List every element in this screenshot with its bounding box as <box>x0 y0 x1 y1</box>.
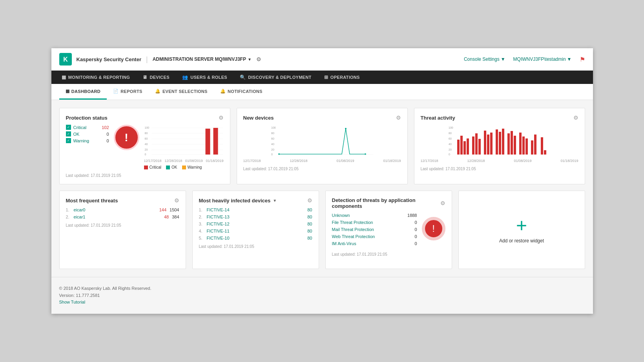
tab-event-selections[interactable]: 🔔 EVENT SELECTIONS <box>149 84 214 100</box>
server-settings-icon[interactable]: ⚙ <box>256 56 261 62</box>
tab-notifications[interactable]: 🔔 NOTIFICATIONS <box>214 84 269 100</box>
detection-row-file: File Threat Protection 0 <box>332 220 417 225</box>
svg-text:K: K <box>63 56 68 63</box>
warning-checkbox[interactable]: ✓ <box>66 138 71 143</box>
nav-bar: ▦ MONITORING & REPORTING 🖥 DEVICES 👥 USE… <box>51 71 593 84</box>
nav-item-users[interactable]: 👥 USERS & ROLES <box>176 71 234 84</box>
nav-item-discovery[interactable]: 🔍 DISCOVERY & DEPLOYMENT <box>234 71 318 84</box>
most-infected-dropdown-arrow[interactable]: ▼ <box>273 198 277 203</box>
tab-dashboard[interactable]: ▦ DASHBOARD <box>59 84 107 100</box>
device-link-fictive13[interactable]: FICTIVE-13 <box>207 215 308 219</box>
svg-text:80: 80 <box>449 132 452 135</box>
legend-critical: Critical <box>144 165 162 169</box>
most-frequent-threats-gear-icon[interactable]: ⚙ <box>174 197 179 204</box>
device-count-fictive10: 80 <box>307 236 312 240</box>
dashboard-content: Protection status ⚙ ✓ Critical 102 <box>51 100 593 277</box>
show-tutorial-link[interactable]: Show Tutorial <box>59 300 86 304</box>
svg-text:20: 20 <box>144 148 148 151</box>
console-settings-link[interactable]: Console Settings ▼ <box>464 56 505 62</box>
detection-count-im: 0 <box>414 241 417 246</box>
svg-rect-50 <box>525 138 528 155</box>
user-link[interactable]: MQIWNVJ3FP\testadmin ▼ <box>513 56 572 62</box>
detection-link-web[interactable]: Web Threat Protection <box>332 234 375 239</box>
monitoring-icon: ▦ <box>62 75 66 80</box>
device-num-5: 5. <box>199 236 204 240</box>
device-link-fictive11[interactable]: FICTIVE-11 <box>207 229 308 233</box>
svg-rect-36 <box>472 136 474 155</box>
flag-icon[interactable]: ⚑ <box>580 56 585 63</box>
add-widget-card[interactable]: + Add or restore widget <box>458 191 585 269</box>
protection-status-gear-icon[interactable]: ⚙ <box>219 115 224 121</box>
detection-components-gear-icon[interactable]: ⚙ <box>440 200 445 206</box>
ok-checkbox[interactable]: ✓ <box>66 131 71 136</box>
threat-list: 1. eicar0 144 1504 2. eicar1 48 384 <box>66 207 179 219</box>
svg-rect-44 <box>502 129 504 155</box>
footer: © 2018 AO Kaspersky Lab. All Rights Rese… <box>51 277 593 314</box>
tab-reports[interactable]: 📄 REPORTS <box>107 84 149 100</box>
detection-link-mail[interactable]: Mail Threat Protection <box>332 227 374 232</box>
threat-activity-gear-icon[interactable]: ⚙ <box>573 115 578 121</box>
ok-count: 0 <box>106 132 109 136</box>
detection-row-web: Web Threat Protection 0 <box>332 234 417 239</box>
threat-link-eicar1[interactable]: eicar1 <box>74 215 164 219</box>
detection-link-unknown[interactable]: Unknown <box>332 213 350 218</box>
nav-item-devices[interactable]: 🖥 DEVICES <box>136 71 176 84</box>
new-devices-gear-icon[interactable]: ⚙ <box>396 115 401 121</box>
svg-text:80: 80 <box>144 132 148 135</box>
detection-link-im[interactable]: IM Anti-Virus <box>332 241 356 246</box>
svg-text:0: 0 <box>144 153 146 156</box>
svg-rect-37 <box>475 133 478 155</box>
detection-count-web: 0 <box>414 234 417 239</box>
nav-item-operations[interactable]: ⊞ OPERATIONS <box>318 71 366 84</box>
legend-critical-dot <box>144 166 148 169</box>
svg-text:60: 60 <box>144 137 148 140</box>
protection-status-circle: ! <box>114 125 139 150</box>
protection-chart-labels: 12/17/2018 12/28/2018 01/08/2019 01/18/2… <box>144 159 224 163</box>
device-link-fictive14[interactable]: FICTIVE-14 <box>207 207 308 212</box>
server-dropdown-arrow: ▼ <box>248 57 252 62</box>
list-item: 1. FICTIVE-14 80 <box>199 207 312 212</box>
warning-link[interactable]: Warning <box>73 138 89 143</box>
ok-link[interactable]: OK <box>73 132 80 136</box>
threat-activity-title: Threat activity <box>421 115 455 121</box>
threat-link-eicar0[interactable]: eicar0 <box>74 207 159 212</box>
svg-rect-46 <box>511 131 513 155</box>
svg-point-23 <box>345 128 347 129</box>
operations-icon: ⊞ <box>324 75 328 80</box>
table-row: 1. eicar0 144 1504 <box>66 207 179 212</box>
list-item: 2. FICTIVE-13 80 <box>199 215 312 219</box>
detection-link-file[interactable]: File Threat Protection <box>332 220 373 225</box>
top-widgets-row: Protection status ⚙ ✓ Critical 102 <box>59 108 585 184</box>
svg-text:40: 40 <box>271 143 274 146</box>
threat-count2-eicar1: 384 <box>172 215 179 219</box>
server-name[interactable]: ADMINISTRATION SERVER MQIWNVJ3FP ▼ <box>153 56 252 62</box>
header-divider: | <box>146 55 148 64</box>
device-count-fictive14: 80 <box>307 207 312 212</box>
add-widget-label: Add or restore widget <box>499 238 544 244</box>
svg-text:100: 100 <box>144 126 149 129</box>
new-devices-chart-svg: 100 80 60 40 20 0 <box>243 125 401 156</box>
add-widget-plus-icon: + <box>516 216 527 235</box>
protection-status-header: Protection status ⚙ <box>66 115 224 121</box>
detection-components-title: Detection of threats by application comp… <box>332 197 440 209</box>
copyright-text: © 2018 AO Kaspersky Lab. All Rights Rese… <box>59 285 585 292</box>
svg-rect-43 <box>499 132 501 155</box>
most-infected-devices-widget: Most heavily infected devices ▼ ⚙ 1. FIC… <box>192 191 319 269</box>
device-link-fictive12[interactable]: FICTIVE-12 <box>207 222 308 226</box>
svg-text:80: 80 <box>271 132 274 135</box>
most-infected-devices-gear-icon[interactable]: ⚙ <box>307 197 312 204</box>
protection-status-title: Protection status <box>66 115 108 121</box>
svg-rect-34 <box>463 141 466 155</box>
critical-checkbox[interactable]: ✓ <box>66 125 71 130</box>
new-devices-title: New devices <box>243 115 274 121</box>
svg-text:60: 60 <box>449 137 452 140</box>
detection-components-widget: Detection of threats by application comp… <box>325 191 452 269</box>
reports-icon: 📄 <box>113 89 119 94</box>
nav-item-monitoring[interactable]: ▦ MONITORING & REPORTING <box>55 71 137 84</box>
device-link-fictive10[interactable]: FICTIVE-10 <box>207 236 308 240</box>
new-devices-header: New devices ⚙ <box>243 115 401 121</box>
threat-count2-eicar0: 1504 <box>170 207 179 212</box>
detection-components-last-updated: Last updated: 17.01.2019 21:05 <box>332 252 445 256</box>
critical-link[interactable]: Critical <box>73 125 87 130</box>
legend-ok-dot <box>166 166 170 169</box>
